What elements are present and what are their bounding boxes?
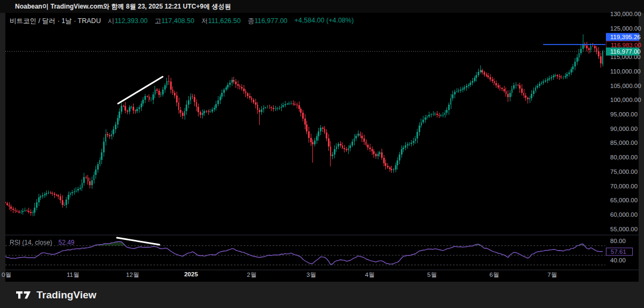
candlestick-rsi-canvas[interactable] — [5, 13, 639, 282]
ohlc-close: 종116,977.00 — [247, 17, 287, 26]
attribution-bar: Noabean이 TradingView.com와 함께 8월 23, 2025… — [0, 0, 644, 13]
alert-price-label: 119,395.26 — [606, 33, 639, 41]
rsi-tick: 80.00 — [610, 238, 626, 244]
price-tick: 110,000.00 — [610, 68, 641, 75]
price-tick: 105,000.00 — [610, 83, 641, 89]
ohlc-low: 저111,626.50 — [201, 17, 240, 26]
price-tick: 100,000.00 — [610, 97, 641, 103]
price-tick: 80,000.00 — [610, 154, 638, 160]
time-tick: 5월 — [427, 271, 437, 279]
price-tick: 130,000.00 — [610, 11, 641, 17]
tradingview-snapshot: Noabean이 TradingView.com와 함께 8월 23, 2025… — [0, 0, 644, 308]
time-tick: 0월 — [2, 271, 11, 279]
change-text: +4,584.00 (+4.08%) — [295, 17, 354, 26]
rsi-last-value-label: 57.61 — [606, 247, 633, 255]
price-tick: 125,000.00 — [610, 25, 641, 32]
rsi-legend-value: 52.49 — [58, 239, 75, 246]
price-tick: 75,000.00 — [610, 168, 638, 175]
price-tick: 55,000.00 — [610, 226, 638, 232]
last-price-label: 116,977.00 — [606, 47, 639, 55]
time-tick: 4월 — [365, 271, 375, 279]
price-tick: 95,000.00 — [610, 111, 638, 118]
price-tick: 60,000.00 — [610, 211, 638, 218]
tradingview-logo-icon[interactable] — [16, 290, 31, 300]
time-tick: 3월 — [306, 271, 316, 279]
price-tick: 70,000.00 — [610, 183, 638, 189]
price-tick: 65,000.00 — [610, 197, 638, 203]
time-tick: 2월 — [247, 271, 257, 279]
price-tick: 90,000.00 — [610, 126, 638, 132]
symbol-title: 비트코인 / 달러 · 1날 · TRADU — [10, 17, 101, 26]
rsi-legend: RSI (14, close) 52.49 — [10, 239, 75, 246]
chart-area[interactable]: 비트코인 / 달러 · 1날 · TRADU 시112,393.00 고117,… — [5, 13, 639, 282]
rsi-tick: 40.00 — [610, 257, 626, 263]
ohlc-open: 시112,393.00 — [108, 17, 148, 26]
time-tick: 6월 — [489, 271, 499, 279]
price-tick: 85,000.00 — [610, 140, 638, 146]
ohlc-high: 고117,408.50 — [155, 17, 194, 26]
rsi-title: RSI (14, close) — [10, 239, 52, 246]
tradingview-brand-text[interactable]: TradingView — [36, 289, 97, 301]
time-tick: 11월 — [67, 271, 79, 279]
time-tick: 7월 — [547, 271, 557, 279]
footer-bar: TradingView — [0, 282, 644, 308]
chart-legend: 비트코인 / 달러 · 1날 · TRADU 시112,393.00 고117,… — [10, 17, 354, 26]
time-tick: 2025 — [184, 271, 198, 277]
attribution-text: Noabean이 TradingView.com와 함께 8월 23, 2025… — [15, 2, 231, 11]
time-tick: 12월 — [126, 271, 139, 279]
